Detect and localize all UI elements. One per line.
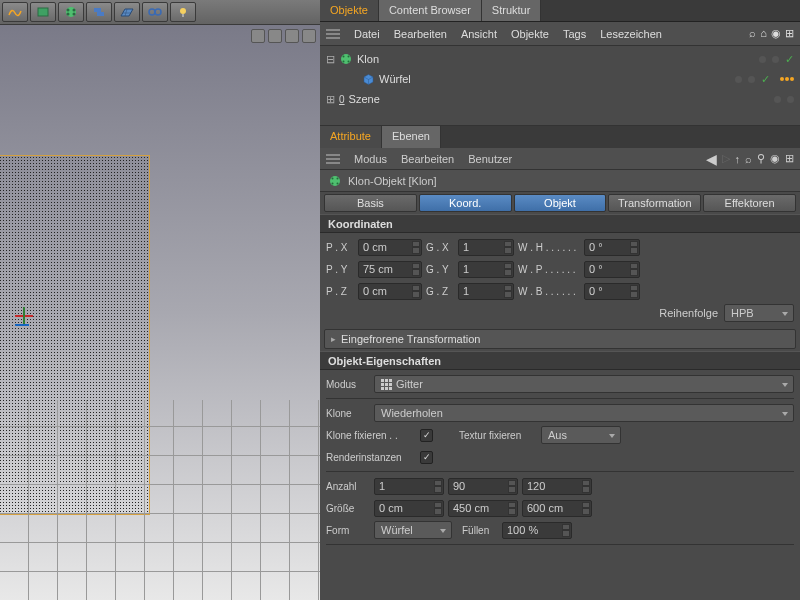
tree-item-wuerfel[interactable]: Würfel ✓ (326, 69, 794, 89)
section-frozen-transform[interactable]: Eingefrorene Transformation (324, 329, 796, 349)
tool-floor-icon[interactable] (114, 2, 140, 22)
tree-item-szene[interactable]: ⊞ 0 Szene (326, 89, 794, 109)
label-reihenfolge: Reihenfolge (659, 307, 718, 319)
viewport-nav-icon[interactable] (268, 29, 282, 43)
enable-check-icon[interactable]: ✓ (761, 73, 770, 86)
menu-benutzer[interactable]: Benutzer (468, 153, 512, 165)
viewport-nav-icon[interactable] (302, 29, 316, 43)
section-objekt-eigenschaften: Objekt-Eigenschaften (320, 351, 800, 370)
grid-mode-icon (381, 379, 392, 390)
field-gy[interactable]: 1 (458, 261, 514, 278)
checkbox-renderinstanzen[interactable] (420, 451, 433, 464)
checkbox-klone-fixieren[interactable] (420, 429, 433, 442)
section-koordinaten: Koordinaten (320, 214, 800, 233)
svg-rect-14 (326, 37, 340, 39)
tab-attribute[interactable]: Attribute (320, 126, 382, 148)
tab-content-browser[interactable]: Content Browser (379, 0, 482, 21)
label-gz: G . Z (426, 286, 454, 297)
tool-cloner-icon[interactable] (58, 2, 84, 22)
tool-light-icon[interactable] (170, 2, 196, 22)
tag-icon[interactable] (780, 77, 794, 81)
menu-grip-icon (326, 28, 340, 40)
home-icon[interactable]: ⌂ (760, 27, 767, 40)
cloner-icon (339, 52, 353, 66)
menu-tags[interactable]: Tags (563, 28, 586, 40)
menu-datei[interactable]: Datei (354, 28, 380, 40)
svg-rect-32 (385, 383, 388, 386)
menu-modus[interactable]: Modus (354, 153, 387, 165)
svg-point-4 (67, 13, 70, 16)
field-py[interactable]: 75 cm (358, 261, 422, 278)
field-anzahl-1[interactable]: 1 (374, 478, 444, 495)
attribute-panel-tabs: Basis Koord. Objekt Transformation Effek… (320, 192, 800, 214)
panel-btn-objekt[interactable]: Objekt (514, 194, 607, 212)
label-gx: G . X (426, 242, 454, 253)
menu-bearbeiten[interactable]: Bearbeiten (401, 153, 454, 165)
search-icon[interactable]: ⌕ (749, 27, 756, 40)
field-anzahl-2[interactable]: 90 (448, 478, 518, 495)
tab-ebenen[interactable]: Ebenen (382, 126, 441, 148)
field-wb[interactable]: 0 ° (584, 283, 640, 300)
field-fuellen[interactable]: 100 % (502, 522, 572, 539)
label-wh: W . H . . . . . . (518, 242, 580, 253)
tool-environment-icon[interactable] (30, 2, 56, 22)
tool-boolean-icon[interactable] (86, 2, 112, 22)
viewport-nav-icon[interactable] (285, 29, 299, 43)
attribute-tabs: Attribute Ebenen (320, 126, 800, 148)
cloner-icon (328, 174, 342, 188)
menu-ansicht[interactable]: Ansicht (461, 28, 497, 40)
viewport-nav-icon[interactable] (251, 29, 265, 43)
label-wb: W . B . . . . . . (518, 286, 580, 297)
menu-lesezeichen[interactable]: Lesezeichen (600, 28, 662, 40)
nav-up-icon[interactable]: ↑ (735, 153, 741, 165)
object-tree: ⊟ Klon ✓ Würfel ✓ ⊞ 0 Szene (320, 46, 800, 126)
field-wp[interactable]: 0 ° (584, 261, 640, 278)
object-manager-menubar: Datei Bearbeiten Ansicht Objekte Tags Le… (320, 22, 800, 46)
lock-icon[interactable]: ⚲ (757, 152, 765, 165)
expand-icon[interactable]: ⊞ (785, 27, 794, 40)
field-wh[interactable]: 0 ° (584, 239, 640, 256)
svg-point-10 (180, 8, 186, 14)
svg-point-24 (332, 177, 334, 179)
enable-check-icon[interactable]: ✓ (785, 53, 794, 66)
menu-objekte[interactable]: Objekte (511, 28, 549, 40)
panel-btn-koord[interactable]: Koord. (419, 194, 512, 212)
tree-item-klon[interactable]: ⊟ Klon ✓ (326, 49, 794, 69)
label-klone: Klone (326, 408, 370, 419)
tree-label: Szene (349, 93, 380, 105)
panel-btn-transformation[interactable]: Transformation (608, 194, 701, 212)
field-anzahl-3[interactable]: 120 (522, 478, 592, 495)
label-renderinstanzen: Renderinstanzen (326, 452, 416, 463)
dropdown-textur-fixieren[interactable]: Aus (541, 426, 621, 444)
panel-btn-effektoren[interactable]: Effektoren (703, 194, 796, 212)
tool-deformer-icon[interactable] (2, 2, 28, 22)
search-icon[interactable]: ⌕ (745, 153, 752, 165)
svg-point-17 (348, 56, 350, 58)
viewport-panel (0, 0, 320, 600)
axis-gizmo[interactable] (15, 315, 33, 326)
field-groesse-2[interactable]: 450 cm (448, 500, 518, 517)
dropdown-form[interactable]: Würfel (374, 521, 452, 539)
nav-back-icon[interactable]: ◀ (706, 151, 717, 167)
menu-bearbeiten[interactable]: Bearbeiten (394, 28, 447, 40)
tab-objekte[interactable]: Objekte (320, 0, 379, 21)
field-gx[interactable]: 1 (458, 239, 514, 256)
label-textur-fixieren: Textur fixieren (459, 430, 537, 441)
field-groesse-3[interactable]: 600 cm (522, 500, 592, 517)
nav-fwd-icon[interactable]: ▷ (722, 152, 730, 165)
field-gz[interactable]: 1 (458, 283, 514, 300)
label-groesse: Größe (326, 503, 370, 514)
dropdown-reihenfolge[interactable]: HPB (724, 304, 794, 322)
dropdown-klone[interactable]: Wiederholen (374, 404, 794, 422)
field-px[interactable]: 0 cm (358, 239, 422, 256)
expand-icon[interactable]: ⊞ (785, 152, 794, 165)
field-groesse-1[interactable]: 0 cm (374, 500, 444, 517)
3d-viewport[interactable] (0, 25, 320, 600)
dropdown-modus[interactable]: Gitter (374, 375, 794, 393)
field-pz[interactable]: 0 cm (358, 283, 422, 300)
tab-struktur[interactable]: Struktur (482, 0, 542, 21)
tool-camera-icon[interactable] (142, 2, 168, 22)
eye-icon[interactable]: ◉ (770, 152, 780, 165)
eye-icon[interactable]: ◉ (771, 27, 781, 40)
panel-btn-basis[interactable]: Basis (324, 194, 417, 212)
